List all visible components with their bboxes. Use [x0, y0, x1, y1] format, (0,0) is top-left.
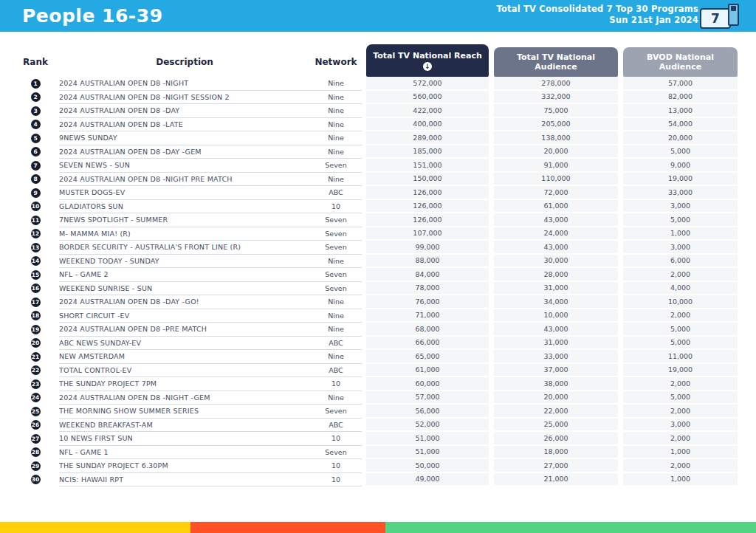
rank-badge: 21	[31, 352, 41, 362]
rank-badge: 27	[31, 434, 41, 444]
program-description: 2024 AUSTRALIAN OPEN D8 -DAY	[59, 104, 310, 118]
rank-badge: 12	[31, 229, 41, 238]
bvod-national-audience-value: 19,000	[623, 173, 738, 187]
column-header-bvod-national-audience[interactable]: BVOD National Audience	[623, 47, 738, 77]
rank-cell: 7	[12, 159, 59, 173]
bvod-national-audience-value: 5,000	[623, 145, 738, 159]
program-network: Nine	[310, 295, 362, 309]
rank-cell: 3	[12, 104, 59, 118]
rank-cell: 29	[12, 459, 59, 473]
program-network: Nine	[310, 145, 362, 159]
rank-badge: 7	[31, 161, 41, 171]
bvod-national-audience-value: 5,000	[623, 323, 738, 337]
total-tv-national-audience-value: 61,000	[494, 200, 618, 214]
bvod-national-audience-value: 20,000	[623, 131, 738, 145]
rank-badge: 9	[31, 188, 41, 198]
rank-cell: 9	[12, 186, 59, 200]
rank-cell: 24	[12, 391, 59, 405]
program-network: ABC	[310, 186, 362, 200]
program-description: GLADIATORS SUN	[59, 200, 310, 214]
rank-cell: 28	[12, 446, 59, 460]
column-header-description: Description	[59, 44, 310, 77]
program-network: Nine	[310, 350, 362, 364]
total-tv-national-audience-value: 21,000	[494, 473, 618, 487]
table-row: 18 SHORT CIRCUIT -EV Nine 71,000 10,000 …	[12, 309, 738, 323]
table-row: 19 2024 AUSTRALIAN OPEN D8 -PRE MATCH Ni…	[12, 323, 738, 337]
rank-cell: 16	[12, 282, 59, 296]
rank-cell: 20	[12, 337, 59, 351]
total-tv-national-reach-value: 151,000	[366, 159, 489, 173]
total-tv-national-audience-value: 22,000	[494, 405, 618, 419]
total-tv-national-audience-value: 75,000	[494, 104, 618, 118]
total-tv-national-reach-value: 57,000	[366, 391, 489, 405]
total-tv-national-reach-value: 99,000	[366, 241, 489, 255]
rank-cell: 13	[12, 241, 59, 255]
table-row: 10 GLADIATORS SUN 10 126,000 61,000 3,00…	[12, 200, 738, 214]
total-tv-national-reach-value: 50,000	[366, 459, 489, 473]
total-tv-national-reach-value: 126,000	[366, 186, 489, 200]
total-tv-national-reach-value: 68,000	[366, 323, 489, 337]
logo-number: 7	[711, 11, 720, 26]
rank-cell: 10	[12, 200, 59, 214]
bvod-national-audience-value: 2,000	[623, 405, 738, 419]
table-row: 13 BORDER SECURITY - AUSTRALIA'S FRONT L…	[12, 241, 738, 255]
rank-cell: 5	[12, 131, 59, 145]
bvod-national-audience-value: 2,000	[623, 432, 738, 446]
rank-badge: 18	[31, 311, 41, 320]
program-network: Nine	[310, 118, 362, 132]
rank-badge: 26	[31, 420, 41, 430]
total-tv-national-reach-value: 49,000	[366, 473, 489, 487]
table-row: 16 WEEKEND SUNRISE - SUN Seven 78,000 31…	[12, 282, 738, 296]
total-tv-national-audience-value: 27,000	[494, 459, 618, 473]
rank-cell: 30	[12, 473, 59, 487]
bvod-national-audience-value: 10,000	[623, 295, 738, 309]
total-tv-national-audience-value: 43,000	[494, 241, 618, 255]
audience-header-label: Total TV National Audience	[515, 52, 597, 72]
sort-down-icon[interactable]: ↓	[423, 62, 432, 71]
column-header-total-tv-national-reach[interactable]: Total TV National Reach ↓	[366, 44, 489, 77]
rank-cell: 2	[12, 91, 59, 105]
total-tv-national-reach-value: 61,000	[366, 364, 489, 378]
bvod-national-audience-value: 82,000	[623, 91, 738, 105]
report-subtitle-line1: Total TV Consolidated 7 Top 30 Programs	[496, 4, 698, 15]
bvod-national-audience-value: 13,000	[623, 104, 738, 118]
program-network: Seven	[310, 282, 362, 296]
bvod-national-audience-value: 3,000	[623, 241, 738, 255]
rank-badge: 2	[31, 92, 41, 102]
total-tv-national-audience-value: 332,000	[494, 91, 618, 105]
total-tv-national-audience-value: 278,000	[494, 77, 618, 91]
rank-cell: 6	[12, 145, 59, 159]
rank-badge: 14	[31, 256, 41, 266]
program-network: Nine	[310, 323, 362, 337]
program-network: Nine	[310, 391, 362, 405]
table-row: 24 2024 AUSTRALIAN OPEN D8 -NIGHT -GEM N…	[12, 391, 738, 405]
total-tv-national-audience-value: 33,000	[494, 350, 618, 364]
rank-badge: 19	[31, 325, 41, 334]
program-description: ABC NEWS SUNDAY-EV	[59, 337, 310, 351]
bvod-national-audience-value: 1,000	[623, 227, 738, 241]
program-description: M- MAMMA MIA! (R)	[59, 227, 310, 241]
reach-header-label: Total TV National Reach	[373, 51, 482, 61]
program-description: 2024 AUSTRALIAN OPEN D8 -NIGHT PRE MATCH	[59, 173, 310, 187]
rank-cell: 11	[12, 213, 59, 227]
total-tv-national-audience-value: 28,000	[494, 268, 618, 282]
program-description: 2024 AUSTRALIAN OPEN D8 -DAY -GEM	[59, 145, 310, 159]
rank-badge: 25	[31, 407, 41, 416]
rank-badge: 16	[31, 283, 41, 293]
total-tv-national-audience-value: 18,000	[494, 446, 618, 460]
total-tv-national-audience-value: 37,000	[494, 364, 618, 378]
program-network: Seven	[310, 227, 362, 241]
bvod-national-audience-value: 54,000	[623, 118, 738, 132]
rank-badge: 28	[31, 447, 41, 457]
rank-badge: 1	[31, 79, 41, 89]
rank-badge: 11	[31, 216, 41, 225]
rank-cell: 18	[12, 309, 59, 323]
table-header-row: Rank Description Network Total TV Nation…	[12, 44, 738, 77]
program-description: NFL - GAME 1	[59, 446, 310, 460]
program-description: WEEKEND BREAKFAST-AM	[59, 419, 310, 433]
table-body: 1 2024 AUSTRALIAN OPEN D8 -NIGHT Nine 57…	[12, 77, 738, 486]
table-row: 17 2024 AUSTRALIAN OPEN D8 -DAY -GO! Nin…	[12, 295, 738, 309]
program-description: NEW AMSTERDAM	[59, 350, 310, 364]
rank-cell: 22	[12, 364, 59, 378]
column-header-total-tv-national-audience[interactable]: Total TV National Audience	[494, 47, 618, 77]
